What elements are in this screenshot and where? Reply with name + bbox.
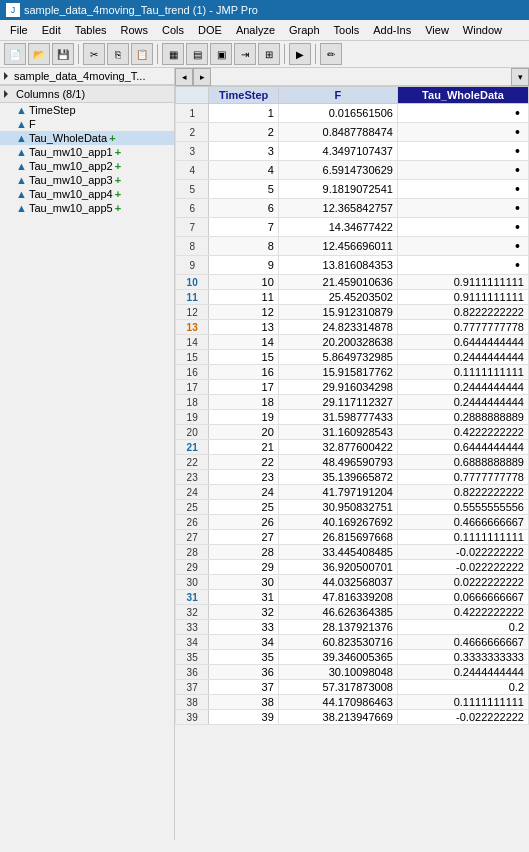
col-item-tau-whole[interactable]: ▲ Tau_WholeData + (0, 131, 174, 145)
row-num-20: 20 (176, 425, 209, 440)
col-header-timestep[interactable]: TimeStep (209, 87, 278, 104)
cell-f-27: 26.815697668 (278, 530, 397, 545)
menu-tools[interactable]: Tools (328, 22, 366, 38)
row-num-3: 3 (176, 142, 209, 161)
row-num-37: 37 (176, 680, 209, 695)
col-label-mw10-2: Tau_mw10_app2 (29, 160, 113, 172)
cell-tau-30: 0.0222222222 (397, 575, 528, 590)
cell-tau-3: • (397, 142, 528, 161)
menu-window[interactable]: Window (457, 22, 508, 38)
toolbar-script[interactable]: ✏ (320, 43, 342, 65)
cell-ts-2: 2 (209, 123, 278, 142)
scroll-track[interactable] (211, 68, 511, 85)
cell-f-32: 46.626364385 (278, 605, 397, 620)
col-header-rownum (176, 87, 209, 104)
row-num-19: 19 (176, 410, 209, 425)
cell-f-22: 48.496590793 (278, 455, 397, 470)
cell-f-25: 30.950832751 (278, 500, 397, 515)
col-item-timestep[interactable]: ▲ TimeStep (0, 103, 174, 117)
cell-ts-14: 14 (209, 335, 278, 350)
toolbar-run[interactable]: ▶ (289, 43, 311, 65)
cell-ts-30: 30 (209, 575, 278, 590)
datasource-bar[interactable]: sample_data_4moving_T... (0, 68, 174, 85)
cell-f-30: 44.032568037 (278, 575, 397, 590)
toolbar-paste[interactable]: 📋 (131, 43, 153, 65)
menu-rows[interactable]: Rows (115, 22, 155, 38)
cell-tau-1: • (397, 104, 528, 123)
col-item-mw10-5[interactable]: ▲ Tau_mw10_app5 + (0, 201, 174, 215)
cell-tau-34: 0.4666666667 (397, 635, 528, 650)
cell-tau-33: 0.2 (397, 620, 528, 635)
row-num-16: 16 (176, 365, 209, 380)
menu-file[interactable]: File (4, 22, 34, 38)
col-item-mw10-3[interactable]: ▲ Tau_mw10_app3 + (0, 173, 174, 187)
table-area: ◂ ▸ ▾ TimeStep F Tau_WholeData 110.01656… (175, 68, 529, 840)
row-num-17: 17 (176, 380, 209, 395)
row-num-15: 15 (176, 350, 209, 365)
row-num-26: 26 (176, 515, 209, 530)
cell-ts-19: 19 (209, 410, 278, 425)
toolbar-b4[interactable]: ⇥ (234, 43, 256, 65)
menu-analyze[interactable]: Analyze (230, 22, 281, 38)
col-item-f[interactable]: ▲ F (0, 117, 174, 131)
cell-ts-1: 1 (209, 104, 278, 123)
data-table-wrapper[interactable]: TimeStep F Tau_WholeData 110.016561506•2… (175, 86, 529, 840)
menu-graph[interactable]: Graph (283, 22, 326, 38)
data-table: TimeStep F Tau_WholeData 110.016561506•2… (175, 86, 529, 725)
menu-addins[interactable]: Add-Ins (367, 22, 417, 38)
toolbar-b3[interactable]: ▣ (210, 43, 232, 65)
col-item-mw10-2[interactable]: ▲ Tau_mw10_app2 + (0, 159, 174, 173)
cell-ts-38: 38 (209, 695, 278, 710)
menu-cols[interactable]: Cols (156, 22, 190, 38)
cell-ts-15: 15 (209, 350, 278, 365)
cell-tau-5: • (397, 180, 528, 199)
menu-tables[interactable]: Tables (69, 22, 113, 38)
col-item-mw10-4[interactable]: ▲ Tau_mw10_app4 + (0, 187, 174, 201)
cell-f-5: 9.1819072541 (278, 180, 397, 199)
cell-tau-39: -0.022222222 (397, 710, 528, 725)
cell-tau-27: 0.1111111111 (397, 530, 528, 545)
cell-f-8: 12.456696011 (278, 237, 397, 256)
toolbar-b5[interactable]: ⊞ (258, 43, 280, 65)
toolbar-cut[interactable]: ✂ (83, 43, 105, 65)
cell-ts-13: 13 (209, 320, 278, 335)
toolbar-b1[interactable]: ▦ (162, 43, 184, 65)
col-icon-mw10-5: ▲ (16, 202, 27, 214)
col-header-f[interactable]: F (278, 87, 397, 104)
toolbar-open[interactable]: 📂 (28, 43, 50, 65)
menu-view[interactable]: View (419, 22, 455, 38)
cell-tau-6: • (397, 199, 528, 218)
scroll-down-btn[interactable]: ▾ (511, 68, 529, 86)
cell-tau-12: 0.8222222222 (397, 305, 528, 320)
col-header-tau[interactable]: Tau_WholeData (397, 87, 528, 104)
row-num-2: 2 (176, 123, 209, 142)
col-icon-timestep: ▲ (16, 104, 27, 116)
row-num-11: 11 (176, 290, 209, 305)
cell-tau-4: • (397, 161, 528, 180)
row-num-4: 4 (176, 161, 209, 180)
cell-f-33: 28.137921376 (278, 620, 397, 635)
scroll-left-btn[interactable]: ◂ (175, 68, 193, 86)
row-num-39: 39 (176, 710, 209, 725)
cell-tau-15: 0.2444444444 (397, 350, 528, 365)
cell-ts-26: 26 (209, 515, 278, 530)
cell-ts-25: 25 (209, 500, 278, 515)
scroll-right-btn[interactable]: ▸ (193, 68, 211, 86)
cell-tau-20: 0.4222222222 (397, 425, 528, 440)
toolbar-new[interactable]: 📄 (4, 43, 26, 65)
cell-ts-9: 9 (209, 256, 278, 275)
toolbar-b2[interactable]: ▤ (186, 43, 208, 65)
cell-ts-28: 28 (209, 545, 278, 560)
cell-ts-4: 4 (209, 161, 278, 180)
toolbar-sep1 (78, 44, 79, 64)
toolbar-copy[interactable]: ⎘ (107, 43, 129, 65)
col-item-mw10-1[interactable]: ▲ Tau_mw10_app1 + (0, 145, 174, 159)
row-num-6: 6 (176, 199, 209, 218)
scroll-controls: ◂ ▸ ▾ (175, 68, 529, 86)
toolbar-sep4 (315, 44, 316, 64)
menu-edit[interactable]: Edit (36, 22, 67, 38)
cell-tau-9: • (397, 256, 528, 275)
col-plus-mw10-3: + (115, 174, 121, 186)
menu-doe[interactable]: DOE (192, 22, 228, 38)
toolbar-save[interactable]: 💾 (52, 43, 74, 65)
